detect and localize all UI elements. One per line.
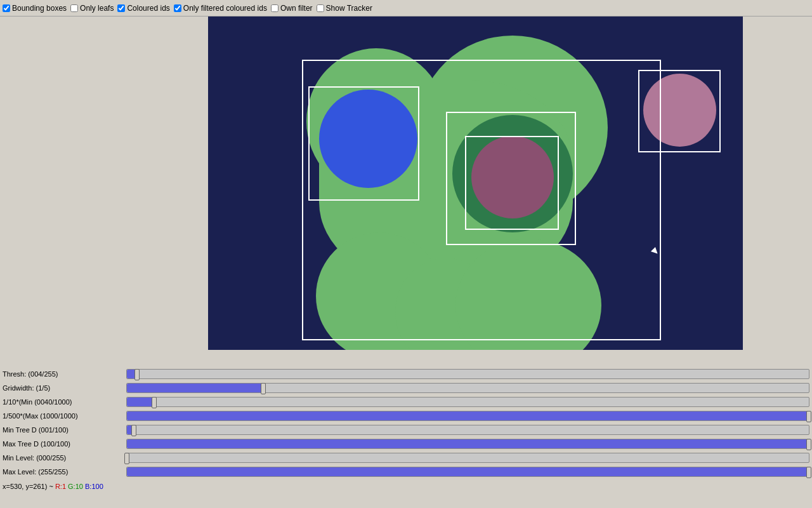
status-r-value: 1	[62, 483, 66, 490]
show-tracker-checkbox[interactable]	[317, 4, 324, 12]
slider-handle-4[interactable]	[131, 425, 136, 436]
slider-label-5: Max Tree D (100/100)	[3, 440, 126, 448]
own-filter-item[interactable]: Own filter	[271, 4, 313, 13]
slider-label-0: Thresh: (004/255)	[3, 370, 126, 378]
canvas-area	[0, 17, 812, 366]
slider-handle-2[interactable]	[152, 397, 157, 408]
slider-track-5[interactable]	[126, 439, 809, 449]
toolbar: Bounding boxes Only leafs Coloured ids O…	[0, 0, 812, 17]
slider-handle-0[interactable]	[134, 369, 140, 380]
bounding-boxes-item[interactable]: Bounding boxes	[3, 4, 67, 13]
slider-row-2: 1/10*(Min (0040/1000)	[3, 395, 809, 409]
bbox-purple-top	[638, 70, 721, 152]
visualization-canvas[interactable]	[208, 17, 743, 350]
show-tracker-item[interactable]: Show Tracker	[317, 4, 372, 13]
status-g-value: 10	[75, 483, 83, 490]
slider-handle-6[interactable]	[124, 453, 129, 464]
slider-row-1: Gridwidth: (1/5)	[3, 381, 809, 395]
only-leafs-item[interactable]: Only leafs	[70, 4, 114, 13]
status-bar: x=530, y=261) ~ R: 1 G: 10 B: 100	[0, 480, 812, 493]
slider-fill-2	[127, 398, 154, 406]
slider-row-7: Max Level: (255/255)	[3, 465, 809, 479]
slider-row-0: Thresh: (004/255)	[3, 367, 809, 381]
slider-row-6: Min Level: (000/255)	[3, 451, 809, 465]
only-leafs-label: Only leafs	[80, 4, 114, 13]
slider-row-3: 1/500*(Max (1000/1000)	[3, 409, 809, 423]
bounding-boxes-checkbox[interactable]	[3, 4, 10, 12]
own-filter-checkbox[interactable]	[271, 4, 278, 12]
show-tracker-label: Show Tracker	[326, 4, 372, 13]
slider-row-4: Min Tree D (001/100)	[3, 423, 809, 437]
slider-label-6: Min Level: (000/255)	[3, 454, 126, 462]
slider-label-1: Gridwidth: (1/5)	[3, 384, 126, 392]
coloured-ids-item[interactable]: Coloured ids	[117, 4, 169, 13]
bbox-purple-inner	[465, 136, 559, 230]
slider-fill-7	[127, 467, 809, 476]
slider-track-4[interactable]	[126, 425, 809, 435]
slider-label-3: 1/500*(Max (1000/1000)	[3, 412, 126, 420]
slider-fill-5	[127, 439, 809, 448]
slider-label-7: Max Level: (255/255)	[3, 468, 126, 476]
status-b-value: 100	[91, 483, 103, 490]
bounding-boxes-label: Bounding boxes	[12, 4, 67, 13]
slider-handle-5[interactable]	[806, 439, 811, 450]
slider-label-2: 1/10*(Min (0040/1000)	[3, 398, 126, 406]
only-filtered-item[interactable]: Only filtered coloured ids	[174, 4, 267, 13]
status-b-label: B:	[85, 483, 91, 490]
slider-handle-3[interactable]	[806, 411, 811, 422]
slider-track-0[interactable]	[126, 369, 809, 379]
only-filtered-label: Only filtered coloured ids	[183, 4, 267, 13]
slider-track-1[interactable]	[126, 383, 809, 393]
only-filtered-checkbox[interactable]	[174, 4, 181, 12]
status-coords: x=530, y=261) ~	[3, 483, 53, 490]
status-r-label: R:	[55, 483, 62, 490]
slider-fill-1	[127, 384, 263, 392]
coloured-ids-checkbox[interactable]	[117, 4, 125, 12]
bbox-blue	[308, 86, 419, 201]
slider-handle-1[interactable]	[261, 383, 266, 394]
only-leafs-checkbox[interactable]	[70, 4, 78, 12]
slider-track-6[interactable]	[126, 453, 809, 463]
status-g-label: G:	[68, 483, 75, 490]
slider-track-3[interactable]	[126, 411, 809, 421]
slider-track-7[interactable]	[126, 467, 809, 477]
controls-panel: Thresh: (004/255)Gridwidth: (1/5)1/10*(M…	[0, 366, 812, 480]
slider-fill-3	[127, 411, 809, 420]
slider-label-4: Min Tree D (001/100)	[3, 426, 126, 434]
own-filter-label: Own filter	[280, 4, 313, 13]
slider-track-2[interactable]	[126, 397, 809, 407]
slider-row-5: Max Tree D (100/100)	[3, 437, 809, 451]
slider-handle-7[interactable]	[806, 467, 811, 478]
coloured-ids-label: Coloured ids	[127, 4, 169, 13]
